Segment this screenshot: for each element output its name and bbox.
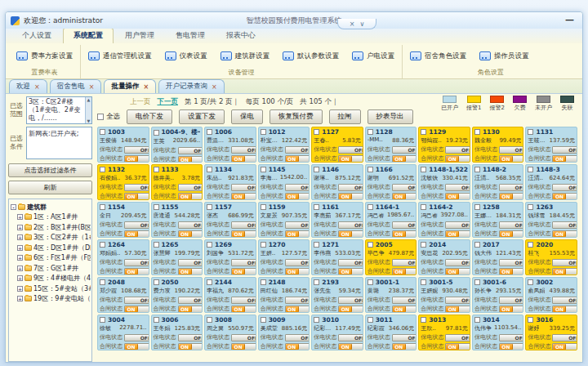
hezha-toggle[interactable]: ON [552, 343, 577, 350]
hezha-toggle[interactable]: ON [338, 268, 363, 275]
baodian-toggle[interactable]: OFF [445, 297, 470, 304]
baodian-toggle[interactable]: OFF [552, 184, 577, 191]
hezha-toggle[interactable]: ON [499, 306, 524, 313]
room-checkbox[interactable] [207, 242, 212, 248]
baodian-toggle[interactable]: OFF [338, 297, 363, 304]
room-checkbox[interactable] [368, 167, 373, 172]
room-checkbox[interactable] [368, 279, 373, 285]
baodian-toggle[interactable]: OFF [499, 259, 524, 266]
hezha-toggle[interactable]: ON [178, 230, 203, 238]
room-checkbox[interactable] [100, 317, 105, 323]
hezha-toggle[interactable]: ON [178, 268, 203, 275]
room-checkbox[interactable] [154, 279, 159, 285]
baodian-toggle[interactable]: OFF [285, 184, 310, 191]
choose-filter-button[interactable]: 点击选择过滤条件 [8, 163, 92, 177]
hezha-toggle[interactable]: ON [285, 230, 310, 238]
close-icon[interactable]: × [212, 83, 217, 91]
room-checkbox[interactable] [528, 279, 533, 285]
selected-range-listbox[interactable]: 3区：C区2#楼（1#变电、2#变电，/…… ▲▼ [26, 96, 92, 124]
ribbon-button-操作员设置[interactable]: 操作员设置 [477, 50, 532, 63]
room-checkbox[interactable] [261, 129, 266, 135]
listbox-scrollbar[interactable]: ▲▼ [85, 97, 91, 123]
baodian-toggle[interactable]: OFF [285, 334, 310, 341]
hezha-toggle[interactable]: ON [392, 306, 417, 313]
room-checkbox[interactable] [368, 242, 373, 248]
expand-icon[interactable]: + [17, 245, 23, 251]
collapse-icon[interactable]: - [11, 204, 16, 210]
baodian-toggle[interactable]: OFF [552, 259, 577, 266]
baodian-toggle[interactable]: OFF [445, 259, 470, 266]
tree-item[interactable]: +3区：C区2#井（1#变电 [11, 233, 91, 242]
tree-item[interactable]: +1区：A区1#井 [11, 212, 91, 221]
doc-tab-开户记录查询[interactable]: 开户记录查询× [158, 79, 225, 93]
room-checkbox[interactable] [100, 279, 105, 285]
room-checkbox[interactable] [421, 242, 426, 248]
baodian-toggle[interactable]: OFF [392, 184, 417, 191]
hezha-toggle[interactable]: ON [285, 306, 310, 313]
baodian-toggle[interactable]: OFF [392, 334, 417, 341]
baodian-toggle[interactable]: OFF [124, 146, 149, 154]
baodian-toggle[interactable]: OFF [124, 221, 149, 229]
room-checkbox[interactable] [207, 279, 212, 285]
room-checkbox[interactable] [368, 204, 373, 210]
hezha-toggle[interactable]: ON [445, 343, 470, 350]
ribbon-button-户电设置[interactable]: 户电设置 [350, 50, 397, 63]
room-checkbox[interactable] [314, 204, 319, 210]
room-checkbox[interactable] [474, 242, 480, 248]
baodian-toggle[interactable]: OFF [499, 146, 524, 154]
minimize-button[interactable]: — [562, 16, 577, 25]
room-checkbox[interactable] [528, 129, 533, 135]
room-checkbox[interactable] [314, 279, 319, 285]
room-checkbox[interactable] [474, 317, 480, 323]
toolbar-button-设置下发[interactable]: 设置下发 [179, 109, 225, 124]
baodian-toggle[interactable]: OFF [499, 334, 524, 341]
baodian-toggle[interactable]: OFF [231, 184, 256, 191]
toolbar-button-抄表导出[interactable]: 抄表导出 [368, 109, 413, 124]
close-icon[interactable]: × [89, 83, 95, 91]
room-checkbox[interactable] [474, 129, 480, 135]
room-checkbox[interactable] [314, 129, 319, 135]
baodian-toggle[interactable]: OFF [178, 297, 203, 304]
scroll-down-icon[interactable]: ▼ [87, 118, 91, 123]
baodian-toggle[interactable]: OFF [124, 334, 149, 341]
baodian-toggle[interactable]: OFF [231, 259, 256, 266]
hezha-toggle[interactable]: ON [392, 193, 417, 200]
quick-access-pill[interactable]: × ∨ [337, 19, 376, 29]
room-checkbox[interactable] [154, 242, 159, 248]
room-checkbox[interactable] [154, 204, 159, 210]
hezha-toggle[interactable]: ON [392, 343, 417, 350]
hezha-toggle[interactable]: ON [178, 343, 203, 350]
room-checkbox[interactable] [368, 317, 373, 323]
tree-item[interactable]: +19区：9#变电站（2#变 [11, 294, 91, 303]
toolbar-button-保电[interactable]: 保电 [231, 109, 263, 124]
tree-item[interactable]: +9区：4#楼电井（4#楼 [11, 274, 91, 283]
hezha-toggle[interactable]: ON [392, 155, 417, 163]
baodian-toggle[interactable]: OFF [499, 297, 524, 304]
room-checkbox[interactable] [207, 129, 212, 135]
hezha-toggle[interactable]: ON [178, 306, 203, 313]
expand-icon[interactable]: + [17, 296, 23, 301]
doc-tab-宿舍售电[interactable]: 宿舍售电× [50, 79, 102, 93]
room-checkbox[interactable] [421, 204, 426, 210]
room-checkbox[interactable] [474, 279, 480, 285]
ribbon-button-默认参数设置[interactable]: 默认参数设置 [280, 50, 341, 63]
hezha-toggle[interactable]: ON [285, 155, 310, 163]
hezha-toggle[interactable]: ON [552, 155, 577, 163]
hezha-toggle[interactable]: ON [445, 230, 470, 238]
toolbar-button-拉闸[interactable]: 拉闸 [329, 109, 361, 124]
baodian-toggle[interactable]: OFF [285, 297, 310, 304]
hezha-toggle[interactable]: ON [231, 155, 256, 163]
checkbox-icon[interactable] [97, 114, 104, 120]
scroll-up-icon[interactable]: ▲ [87, 97, 91, 102]
toolbar-button-恢复预付费[interactable]: 恢复预付费 [270, 109, 323, 124]
next-page-link[interactable]: 下一页 [158, 97, 179, 107]
baodian-toggle[interactable]: OFF [231, 334, 256, 341]
hezha-toggle[interactable]: ON [285, 343, 310, 350]
hezha-toggle[interactable]: ON [231, 268, 256, 275]
ribbon-button-建筑群设置[interactable]: 建筑群设置 [218, 50, 273, 63]
hezha-toggle[interactable]: ON [124, 193, 149, 200]
baodian-toggle[interactable]: OFF [338, 146, 363, 154]
room-checkbox[interactable] [261, 204, 266, 210]
baodian-toggle[interactable]: OFF [392, 146, 417, 154]
room-checkbox[interactable] [474, 204, 480, 210]
